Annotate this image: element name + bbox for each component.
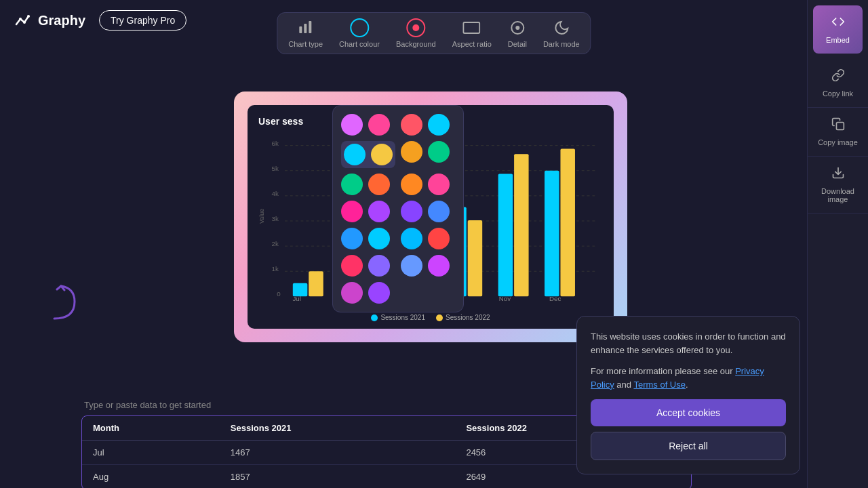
palette-row-2b bbox=[401, 141, 455, 168]
logo-icon bbox=[14, 11, 33, 30]
dark-mode-icon bbox=[552, 18, 571, 37]
right-panel-download-image[interactable]: Download image bbox=[808, 157, 868, 214]
palette-row-5b bbox=[401, 228, 455, 249]
svg-text:2k: 2k bbox=[272, 240, 279, 247]
logo: Graphy bbox=[14, 11, 85, 30]
color-palette-dropdown bbox=[332, 105, 464, 312]
toolbar: Chart type Chart colour Background Aspec… bbox=[277, 12, 591, 54]
color-dot[interactable] bbox=[428, 255, 450, 277]
legend-2022: Sessions 2022 bbox=[436, 314, 490, 321]
terms-of-use-link[interactable]: Terms of Use bbox=[633, 380, 686, 390]
toolbar-background[interactable]: Background bbox=[396, 18, 436, 48]
color-dot[interactable] bbox=[428, 141, 450, 163]
palette-row-6b bbox=[401, 255, 455, 277]
svg-text:1k: 1k bbox=[272, 265, 279, 272]
cell-s2021-0: 1467 bbox=[220, 441, 456, 465]
color-dot[interactable] bbox=[428, 114, 450, 136]
toolbar-chart-type-label: Chart type bbox=[288, 40, 323, 48]
toolbar-aspect-ratio-label: Aspect ratio bbox=[452, 40, 492, 48]
svg-text:4k: 4k bbox=[272, 190, 279, 197]
color-dot[interactable] bbox=[401, 174, 422, 195]
color-dot[interactable] bbox=[368, 255, 390, 277]
chart-colour-icon bbox=[350, 18, 369, 37]
bar-chart-icon bbox=[296, 18, 315, 37]
svg-rect-32 bbox=[498, 174, 513, 297]
toolbar-chart-colour-label: Chart colour bbox=[339, 40, 380, 48]
left-arrow-decoration bbox=[47, 279, 81, 325]
svg-rect-25 bbox=[309, 271, 323, 296]
cookie-message: This website uses cookies in order to fu… bbox=[591, 330, 786, 357]
right-panel-copy-link-label: Copy link bbox=[823, 89, 853, 98]
svg-rect-9 bbox=[836, 123, 844, 130]
color-dot[interactable] bbox=[344, 144, 366, 165]
color-dot[interactable] bbox=[428, 201, 450, 222]
color-dot[interactable] bbox=[341, 174, 363, 195]
cell-month-1: Aug bbox=[82, 465, 220, 489]
link-icon bbox=[831, 68, 845, 85]
color-dot[interactable] bbox=[401, 255, 422, 277]
svg-point-2 bbox=[27, 15, 30, 18]
toolbar-detail[interactable]: Detail bbox=[508, 18, 527, 48]
palette-row-5 bbox=[341, 228, 395, 249]
legend-2022-dot bbox=[436, 314, 443, 321]
palette-row-7 bbox=[341, 282, 395, 304]
color-dot[interactable] bbox=[368, 174, 390, 195]
color-dot[interactable] bbox=[341, 255, 363, 277]
svg-point-0 bbox=[19, 18, 22, 20]
svg-rect-31 bbox=[468, 220, 482, 296]
toolbar-aspect-ratio[interactable]: Aspect ratio bbox=[452, 18, 492, 48]
background-icon bbox=[406, 18, 425, 37]
cookie-banner: This website uses cookies in order to fu… bbox=[576, 316, 800, 474]
color-dot[interactable] bbox=[401, 228, 422, 249]
svg-rect-33 bbox=[514, 154, 528, 296]
right-panel-embed[interactable]: Embed bbox=[813, 5, 863, 54]
palette-row-4b bbox=[401, 201, 455, 222]
legend-2022-label: Sessions 2022 bbox=[446, 314, 490, 321]
color-dot[interactable] bbox=[401, 201, 422, 222]
accept-cookies-button[interactable]: Accept cookies bbox=[591, 399, 786, 426]
right-panel-copy-image[interactable]: Copy image bbox=[808, 108, 868, 157]
color-dot[interactable] bbox=[341, 201, 363, 222]
color-dot[interactable] bbox=[401, 141, 422, 163]
chart-legend: Sessions 2021 Sessions 2022 bbox=[258, 314, 603, 321]
svg-rect-5 bbox=[309, 21, 312, 33]
try-pro-button[interactable]: Try Graphy Pro bbox=[99, 10, 186, 30]
palette-row-1b bbox=[401, 114, 455, 136]
toolbar-chart-colour[interactable]: Chart colour bbox=[339, 18, 380, 48]
color-dot[interactable] bbox=[428, 228, 450, 249]
color-dot[interactable] bbox=[368, 282, 390, 304]
reject-cookies-button[interactable]: Reject all bbox=[591, 432, 786, 460]
svg-text:Value: Value bbox=[258, 209, 265, 224]
color-dot[interactable] bbox=[368, 114, 390, 136]
color-dot[interactable] bbox=[401, 114, 422, 136]
right-panel-copy-link[interactable]: Copy link bbox=[808, 59, 868, 108]
palette-row-4 bbox=[341, 201, 395, 222]
legend-2021-label: Sessions 2021 bbox=[380, 314, 425, 321]
app-name: Graphy bbox=[38, 13, 85, 28]
embed-icon bbox=[831, 15, 845, 32]
right-panel: Embed Copy link Copy image Download imag… bbox=[807, 0, 868, 488]
color-dot[interactable] bbox=[368, 228, 390, 249]
palette-row-2-selected[interactable] bbox=[341, 141, 395, 168]
palette-row-6 bbox=[341, 255, 395, 277]
col-sessions-2021: Sessions 2021 bbox=[220, 416, 456, 441]
svg-text:5k: 5k bbox=[272, 165, 279, 172]
svg-text:Dec: Dec bbox=[549, 295, 561, 302]
toolbar-dark-mode[interactable]: Dark mode bbox=[543, 18, 580, 48]
svg-text:6k: 6k bbox=[272, 140, 279, 147]
svg-text:Jul: Jul bbox=[292, 295, 300, 302]
toolbar-background-label: Background bbox=[396, 40, 436, 48]
color-dot[interactable] bbox=[341, 282, 363, 304]
svg-rect-34 bbox=[545, 171, 559, 297]
color-dot[interactable] bbox=[368, 201, 390, 222]
svg-rect-4 bbox=[304, 24, 307, 33]
color-dot[interactable] bbox=[341, 114, 363, 136]
copy-icon bbox=[831, 117, 845, 134]
cell-s2021-1: 1857 bbox=[220, 465, 456, 489]
color-dot[interactable] bbox=[428, 174, 450, 195]
svg-text:Nov: Nov bbox=[499, 295, 511, 302]
toolbar-dark-mode-label: Dark mode bbox=[543, 40, 580, 48]
color-dot[interactable] bbox=[341, 228, 363, 249]
toolbar-chart-type[interactable]: Chart type bbox=[288, 18, 323, 48]
color-dot[interactable] bbox=[371, 144, 393, 165]
